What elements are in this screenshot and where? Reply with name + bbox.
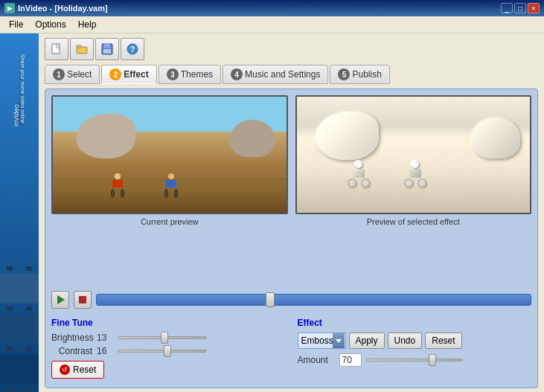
- tab-select[interactable]: 1 Select: [45, 65, 100, 84]
- amount-slider[interactable]: [366, 359, 463, 362]
- app-icon: ▶: [4, 3, 15, 13]
- undo-button[interactable]: Undo: [388, 332, 423, 349]
- scene-bg: [53, 97, 287, 213]
- emboss-edge: [297, 97, 531, 213]
- close-button[interactable]: ×: [528, 3, 540, 13]
- tab-number-4: 4: [231, 68, 243, 80]
- effect-title: Effect: [298, 318, 532, 328]
- fine-tune-reset-button[interactable]: ↺ Reset: [51, 361, 104, 379]
- playback-controls: [51, 289, 531, 310]
- tab-publish[interactable]: 5 Publish: [330, 65, 389, 84]
- window-title: InVideo - [Holiday.vam]: [18, 4, 108, 13]
- minimize-button[interactable]: _: [501, 3, 513, 13]
- tab-number-2: 2: [109, 68, 121, 80]
- tab-number-1: 1: [53, 68, 65, 80]
- biker-2: [164, 173, 178, 190]
- tab-number-3: 3: [167, 68, 179, 80]
- sidebar-logo-text: inVideo: [13, 54, 20, 126]
- svg-rect-5: [104, 44, 110, 48]
- brightness-row: Brightness 13: [51, 332, 286, 343]
- toolbar: ?: [45, 38, 538, 60]
- contrast-value: 16: [97, 346, 113, 356]
- effect-select-wrapper: Emboss None Blur Sharpen Sepia Grayscale…: [298, 332, 346, 349]
- effect-preview-pane: Preview of selected effect: [295, 95, 532, 285]
- maximize-button[interactable]: □: [514, 3, 526, 13]
- rock-right: [230, 120, 275, 157]
- fine-tune-reset-label: Reset: [73, 364, 96, 375]
- play-button[interactable]: [51, 291, 69, 309]
- brightness-slider[interactable]: [118, 336, 207, 339]
- progress-bar[interactable]: [96, 294, 531, 306]
- progress-thumb[interactable]: [266, 292, 275, 307]
- brightness-label: Brightness: [51, 332, 92, 343]
- title-bar: ▶ InVideo - [Holiday.vam] _ □ ×: [0, 0, 544, 16]
- save-button[interactable]: [95, 38, 119, 60]
- emboss-scene: [297, 97, 531, 213]
- tab-select-label: Select: [67, 69, 92, 80]
- sidebar: inVideo Share your home video online: [0, 33, 39, 392]
- effect-reset-button[interactable]: Reset: [425, 332, 461, 349]
- effect-controls: Emboss None Blur Sharpen Sepia Grayscale…: [298, 332, 532, 349]
- open-button[interactable]: [70, 38, 94, 60]
- content-area: Current preview: [45, 89, 538, 388]
- contrast-slider[interactable]: [118, 350, 207, 353]
- contrast-row: Contrast 16: [51, 346, 286, 356]
- tab-effect-label: Effect: [124, 69, 148, 80]
- tab-themes[interactable]: 3 Themes: [159, 65, 221, 84]
- contrast-thumb[interactable]: [164, 345, 171, 357]
- amount-row: Amount: [298, 353, 532, 367]
- tab-themes-label: Themes: [181, 69, 213, 80]
- stop-button[interactable]: [74, 291, 92, 309]
- menu-bar: File Options Help: [0, 16, 544, 33]
- sidebar-film: [0, 265, 39, 392]
- fine-tune-title: Fine Tune: [51, 318, 286, 328]
- amount-thumb[interactable]: [429, 354, 436, 366]
- current-preview-label: Current preview: [141, 217, 199, 226]
- tabs: 1 Select 2 Effect 3 Themes 4 Music and S…: [45, 65, 538, 84]
- svg-rect-6: [103, 49, 111, 54]
- svg-rect-0: [52, 44, 60, 54]
- title-bar-left: ▶ InVideo - [Holiday.vam]: [4, 3, 108, 13]
- rock-left: [76, 114, 135, 158]
- reset-icon: ↺: [60, 364, 70, 375]
- menu-options[interactable]: Options: [29, 18, 71, 31]
- current-preview-video: [51, 95, 288, 214]
- apply-button[interactable]: Apply: [349, 332, 385, 349]
- menu-file[interactable]: File: [3, 18, 29, 31]
- app-container: inVideo Share your home video online: [0, 33, 544, 392]
- contrast-label: Contrast: [51, 346, 92, 356]
- tab-publish-label: Publish: [352, 69, 381, 80]
- new-button[interactable]: [45, 38, 68, 60]
- bottom-controls: Fine Tune Brightness 13 Contrast 16: [51, 315, 531, 382]
- menu-help[interactable]: Help: [72, 18, 103, 31]
- main-content: ? 1 Select 2 Effect 3 Themes 4 Music and…: [39, 33, 544, 392]
- effect-preview-label: Preview of selected effect: [367, 217, 460, 226]
- amount-input[interactable]: [339, 353, 362, 367]
- sidebar-logo: inVideo Share your home video online: [13, 54, 25, 126]
- svg-rect-3: [77, 45, 81, 48]
- brightness-thumb[interactable]: [161, 332, 168, 344]
- amount-label: Amount: [298, 355, 335, 365]
- brightness-value: 13: [97, 332, 113, 343]
- fine-tune-section: Fine Tune Brightness 13 Contrast 16: [51, 318, 286, 379]
- effect-section: Effect Emboss None Blur Sharpen Sepia Gr…: [298, 318, 532, 379]
- tab-effect[interactable]: 2 Effect: [101, 65, 156, 84]
- title-bar-controls[interactable]: _ □ ×: [501, 3, 540, 13]
- current-preview-pane: Current preview: [51, 95, 288, 285]
- stop-icon: [79, 296, 86, 303]
- play-icon: [57, 295, 65, 304]
- preview-row: Current preview: [51, 95, 531, 285]
- tab-number-5: 5: [338, 68, 350, 80]
- help-button[interactable]: ?: [121, 38, 144, 60]
- svg-text:?: ?: [130, 45, 135, 54]
- sidebar-tagline: Share your home video online: [20, 54, 25, 123]
- effect-preview-video: [295, 95, 532, 214]
- effect-select[interactable]: Emboss None Blur Sharpen Sepia Grayscale…: [298, 332, 346, 349]
- biker-1: [111, 173, 124, 190]
- tab-music[interactable]: 4 Music and Settings: [223, 65, 328, 84]
- tab-music-label: Music and Settings: [245, 69, 320, 80]
